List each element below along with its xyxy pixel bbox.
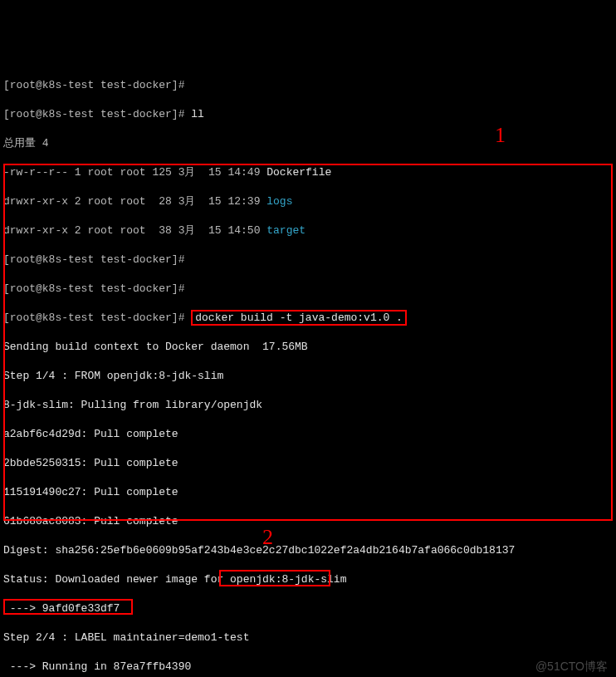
terminal-output[interactable]: [root@k8s-test test-docker]# [root@k8s-t… [3,63,613,677]
build-output: 115191490c27: Pull complete [3,485,613,500]
build-output: ---> Running in 87ea7ffb4390 [3,660,613,675]
build-output: Sending build context to Docker daemon 1… [3,340,613,355]
build-output: Digest: sha256:25efb6e0609b95af243b4e3ce… [3,543,613,558]
build-output: Step 1/4 : FROM openjdk:8-jdk-slim [3,369,613,384]
prompt-line: [root@k8s-test test-docker]# [3,78,613,93]
cmd-build-highlight: docker build -t java-demo:v1.0 . [191,310,407,326]
annotation-label-1: 1 [495,128,506,143]
prompt-line: [root@k8s-test test-docker]# [3,282,613,297]
ls-row: drwxr-xr-x 2 root root 28 3月 15 12:39 lo… [3,194,613,209]
build-output: Step 2/4 : LABEL maintainer=demo1-test [3,630,613,645]
prompt-line: [root@k8s-test test-docker]# ll [3,107,613,122]
build-output: a2abf6c4d29d: Pull complete [3,427,613,442]
build-output: 61b680ac8083: Pull complete [3,514,613,529]
build-output: 8-jdk-slim: Pulling from library/openjdk [3,398,613,413]
build-output: ---> 9afd0fe33df7 [3,601,613,616]
ls-row: drwxr-xr-x 2 root root 38 3月 15 14:50 ta… [3,223,613,238]
annotation-label-2: 2 [262,530,273,545]
build-output: Status: Downloaded newer image for openj… [3,572,613,587]
watermark: @51CTO博客 [535,660,608,675]
build-output: 2bbde5250315: Pull complete [3,456,613,471]
ls-row: -rw-r--r-- 1 root root 125 3月 15 14:49 D… [3,165,613,180]
total-line: 总用量 4 [3,136,613,151]
prompt-line: [root@k8s-test test-docker]# docker buil… [3,311,613,326]
prompt-line: [root@k8s-test test-docker]# [3,253,613,267]
